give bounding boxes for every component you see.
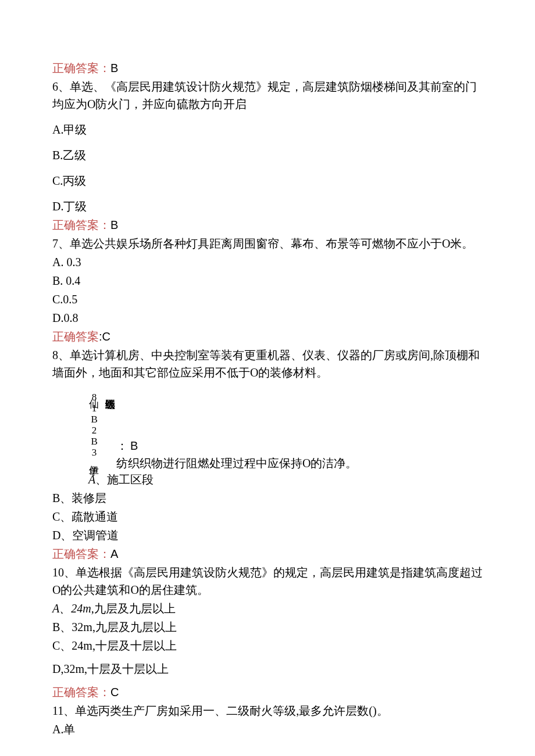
q7-opt-c: C.0.5 [52, 291, 483, 308]
q11-opt-a: A.单 [52, 721, 483, 738]
q10-opt-a: A、24m,九层及九层以上 [52, 600, 483, 617]
q9-a-text: 、施工区段 [95, 473, 154, 486]
q7-stem: 7、单选公共娱乐场所各种灯具距离周围窗帘、幕布、布景等可燃物不应小于O米。 [52, 235, 483, 252]
q9-stem-tail: 纺织织物进行阻燃处理过程中应保持O的洁净。 [116, 454, 357, 472]
q8-stem: 8、单选计算机房、中央控制室等装有更重机器、仪表、仪器的厂房或房间,除顶棚和墙面… [52, 346, 483, 381]
q11-stem: 11、单选丙类生产厂房如采用一、二级耐火等级,最多允许层数()。 [52, 702, 483, 719]
q9-answer: A [110, 547, 118, 560]
q5-answer: B [110, 62, 118, 74]
q10-answer: C [110, 686, 119, 698]
q9-opt-c: C、疏散通道 [52, 508, 483, 525]
q9-opt-d: D、空调管道 [52, 526, 483, 544]
answer-label: 正确答案： [52, 686, 110, 698]
q8-vertical-block: 仙81B2B3伊单 级级级级圈选 ：B 纺织织物进行阻燃处理过程中应保持O的洁净… [52, 392, 483, 467]
answer-label: 正确答案： [52, 218, 110, 231]
answer-label: 正确答案： [52, 62, 110, 74]
q7-opt-a: A. 0.3 [52, 253, 483, 271]
q7-opt-b: B. 0.4 [52, 272, 483, 289]
q10-opt-d: D,32m,十层及十层以上 [52, 660, 483, 678]
q10-opt-c: C、24m,十层及十层以上 [52, 637, 483, 654]
q7-opt-d: D.0.8 [52, 309, 483, 327]
q9-answer-line: 正确答案：A [52, 545, 483, 562]
q10-a-mid: 、24m, [59, 602, 94, 615]
q5-answer-line: 正确答案：B [52, 59, 483, 77]
answer-label: 正确答案 [52, 330, 99, 343]
q9-opt-b: B、装修层 [52, 489, 483, 507]
document-page: 正确答案：B 6、单选、《高层民用建筑设计防火规范》规定，高层建筑防烟楼梯间及其… [0, 0, 535, 756]
q6-answer-line: 正确答案：B [52, 216, 483, 234]
q10-a-tail: 九层及九层以上 [94, 602, 176, 615]
answer-label: 正确答案： [52, 547, 110, 560]
q10-stem: 10、单选根据《高层民用建筑设防火规范》的规定，高层民用建筑是指建筑高度超过O的… [52, 564, 483, 599]
q7-answer-line: 正确答案:C [52, 328, 483, 345]
q9-opt-a: A、施工区段 [88, 471, 483, 488]
q6-answer: B [110, 218, 118, 231]
q8-vert-left: 仙81B2B3伊单 [88, 392, 100, 458]
q8-answer-inline: ：B [116, 437, 357, 454]
q6-opt-a: A.甲级 [52, 121, 483, 138]
q6-opt-d: D.丁级 [52, 198, 483, 215]
q10-opt-b: B、32m,九层及九层以上 [52, 618, 483, 636]
q6-opt-c: C.丙级 [52, 172, 483, 189]
q6-opt-b: B.乙级 [52, 146, 483, 164]
q6-stem: 6、单选、《高层民用建筑设计防火规范》规定，高层建筑防烟楼梯间及其前室的门均应为… [52, 78, 483, 113]
q10-answer-line: 正确答案：C [52, 683, 483, 701]
q9-a-prefix: A [88, 473, 95, 486]
q8-tail: ：B 纺织织物进行阻燃处理过程中应保持O的洁净。 [116, 437, 357, 472]
q10-a-prefix: A [52, 602, 59, 615]
q7-answer: :C [99, 330, 110, 343]
